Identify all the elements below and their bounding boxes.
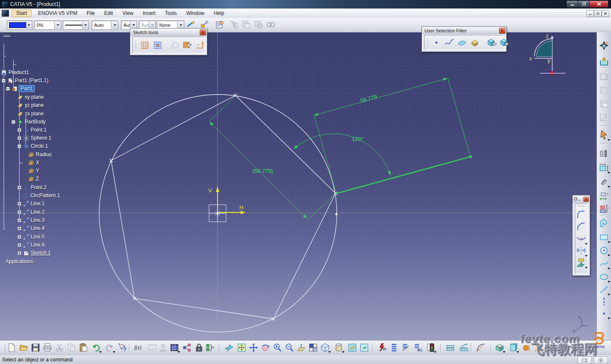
open-icon[interactable]	[19, 343, 29, 353]
tree-node-line6[interactable]: Line.6	[17, 241, 45, 248]
render-style-icon[interactable]	[334, 343, 344, 353]
constraints-dialog-box-icon[interactable]	[599, 163, 609, 173]
tree-node-part1[interactable]: Part1	[6, 85, 34, 92]
close-icon[interactable]	[583, 197, 589, 202]
dimension-angle-120[interactable]	[294, 134, 390, 175]
snap-to-point-icon[interactable]	[152, 40, 163, 51]
palette-title-bar[interactable]: User Selection Filter	[422, 27, 506, 34]
relations-icon[interactable]	[182, 343, 192, 353]
measure-between-icon[interactable]	[445, 343, 455, 353]
corner-icon[interactable]	[576, 209, 587, 221]
menu-help[interactable]: Help	[209, 9, 229, 17]
tree-node-line4[interactable]: Line.4	[17, 225, 45, 232]
dim-text-pattern[interactable]: 58.779	[360, 93, 378, 104]
volume-filter-icon[interactable]	[469, 37, 480, 48]
close-icon[interactable]	[200, 29, 206, 35]
sketcher-workbench-icon[interactable]	[599, 40, 609, 51]
opacity-combo[interactable]: 0%	[34, 20, 61, 30]
formula-icon[interactable]: f(x)	[134, 343, 145, 353]
swap-visible-space-icon[interactable]	[359, 343, 369, 353]
traffic-status-icon[interactable]	[426, 343, 436, 353]
palette-title-bar[interactable]: O...	[573, 195, 590, 203]
menu-insert[interactable]: Insert	[138, 9, 160, 17]
exit-workbench-icon[interactable]	[599, 56, 609, 67]
curve-filter-icon[interactable]	[444, 37, 455, 48]
drag-grip[interactable]	[3, 343, 5, 352]
animate-constraint-icon[interactable]	[599, 203, 609, 214]
curvature-analysis-icon[interactable]	[476, 343, 486, 353]
tree-node-part1-instance[interactable]: Part1 (Part1.1)	[2, 77, 49, 84]
tree-node-applications[interactable]: Applications	[6, 258, 33, 265]
grid-icon[interactable]	[139, 40, 150, 51]
save-icon[interactable]	[31, 343, 40, 353]
palette-title-bar[interactable]: Sketch tools	[130, 29, 207, 36]
update-icon[interactable]	[377, 343, 387, 353]
print-icon[interactable]	[43, 343, 52, 353]
tree-node-x-param[interactable]: X	[28, 159, 39, 166]
menu-view[interactable]: View	[118, 9, 138, 17]
tree-node-point2[interactable]: Point.2	[17, 184, 46, 191]
rectangle-icon[interactable]	[599, 232, 609, 243]
menu-start[interactable]: Start	[11, 9, 32, 17]
whats-this-icon[interactable]: ?	[118, 343, 127, 353]
select-icon[interactable]	[599, 130, 609, 140]
expand-icon[interactable]	[17, 218, 21, 222]
project-3d-elements-icon[interactable]	[576, 257, 587, 268]
mdi-close-button[interactable]	[602, 10, 609, 17]
chamfer-icon[interactable]	[576, 221, 587, 232]
expand-icon[interactable]	[17, 202, 21, 206]
rotate-icon[interactable]	[261, 343, 270, 353]
tree-node-sphere1[interactable]: Sphere.1	[17, 135, 52, 141]
intersecting-trap-icon[interactable]	[486, 37, 497, 48]
tree-node-zx-plane[interactable]: zx plane	[17, 110, 44, 117]
expand-icon[interactable]	[17, 186, 21, 189]
dim-text-reference[interactable]: (58.779)	[252, 168, 273, 174]
profile-icon[interactable]	[599, 218, 609, 229]
tree-node-z-param[interactable]: Z	[28, 175, 39, 182]
drag-grip[interactable]	[3, 35, 10, 37]
volume-tool-2-icon[interactable]	[508, 343, 518, 353]
fill-color-combo[interactable]	[7, 20, 32, 30]
compass-top-handle[interactable]	[551, 36, 554, 39]
restore-button[interactable]	[578, 0, 590, 8]
multi-view-icon[interactable]	[308, 343, 318, 353]
combo-arrow-icon[interactable]	[111, 21, 118, 29]
parameters-icon[interactable]	[205, 343, 215, 353]
point-2-marker[interactable]	[336, 213, 338, 215]
menu-edit[interactable]: Edit	[100, 9, 118, 17]
mdi-minimize-button[interactable]	[586, 10, 594, 17]
dimensional-constraints-icon[interactable]	[195, 40, 206, 51]
isometric-view-icon[interactable]	[320, 343, 330, 353]
dimension-58-779[interactable]	[314, 78, 470, 191]
measure-item-icon[interactable]	[459, 343, 469, 353]
design-table-icon[interactable]	[169, 343, 179, 353]
fit-all-in-icon[interactable]	[237, 343, 247, 353]
expand-icon[interactable]	[17, 235, 21, 239]
expand-icon[interactable]	[17, 243, 21, 247]
compass[interactable]: z x y	[528, 32, 571, 77]
collapse-icon[interactable]	[11, 120, 15, 124]
expand-icon[interactable]	[17, 251, 21, 255]
menu-tools[interactable]: Tools	[160, 9, 181, 17]
collapse-icon[interactable]	[6, 87, 10, 91]
new-icon[interactable]	[7, 343, 17, 353]
line-weight-combo[interactable]: Auto	[92, 20, 118, 30]
dim-text-angle[interactable]: 120°	[352, 136, 364, 142]
circle-icon[interactable]	[599, 245, 609, 256]
tree-node-yz-plane[interactable]: yz plane	[17, 102, 44, 109]
mdi-restore-button[interactable]	[594, 10, 602, 17]
tree-node-product1[interactable]: Product1	[1, 69, 29, 76]
drag-grip[interactable]	[578, 206, 585, 208]
tree-node-radius-param[interactable]: Radius	[28, 151, 52, 158]
tree-node-line3[interactable]: Line.3	[17, 217, 45, 224]
list-edit-icon[interactable]	[401, 343, 411, 353]
ellipse-icon[interactable]	[599, 272, 609, 282]
list-insert-icon[interactable]	[413, 343, 423, 353]
circpattern-line[interactable]	[336, 155, 472, 194]
fly-mode-icon[interactable]	[224, 343, 234, 353]
tree-node-y-param[interactable]: Y	[28, 167, 39, 174]
close-button[interactable]	[589, 0, 608, 8]
collapse-icon[interactable]	[17, 144, 21, 148]
tree-node-xy-plane[interactable]: xy plane	[17, 94, 44, 100]
lock-icon[interactable]	[194, 343, 204, 353]
